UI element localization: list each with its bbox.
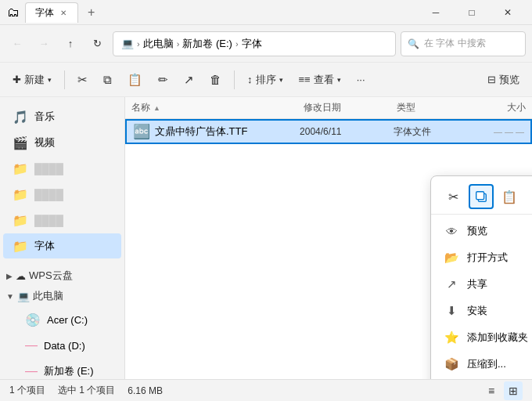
maximize-button[interactable]: □	[454, 0, 490, 25]
more-button[interactable]: ···	[350, 67, 372, 92]
rename-icon: ✏	[158, 73, 168, 87]
preview-button[interactable]: ⊟ 预览	[481, 67, 526, 92]
drive-e-icon: —	[25, 364, 38, 378]
music-icon: 🎵	[13, 110, 28, 125]
paste-icon: 📋	[128, 73, 142, 87]
paste-button[interactable]: 📋	[121, 67, 149, 92]
back-button[interactable]: ←	[6, 33, 28, 55]
breadcrumb-pc[interactable]: 此电脑	[143, 37, 174, 51]
ctx-install-item[interactable]: ⬇ 安装	[431, 298, 532, 324]
view-toggle: ≡ ⊞	[482, 381, 523, 400]
new-button[interactable]: ✚ 新建 ▾	[6, 67, 58, 92]
grid-view-button[interactable]: ⊞	[504, 381, 523, 400]
up-button[interactable]: ↑	[59, 33, 81, 55]
cut-button[interactable]: ✂	[71, 67, 94, 92]
close-button[interactable]: ✕	[490, 0, 526, 25]
more-icon: ···	[357, 74, 365, 85]
ctx-paste-button[interactable]: 📋	[497, 184, 522, 209]
item-count: 1 个项目	[9, 384, 45, 397]
view-arrow-icon: ▾	[337, 76, 341, 84]
toolbar-right: ⊟ 预览	[481, 67, 526, 92]
refresh-button[interactable]: ↻	[86, 33, 108, 55]
file-size: — — —	[466, 127, 524, 136]
ctx-open-with-item[interactable]: 📂 打开方式 ›	[431, 244, 532, 271]
path-icon: 💻	[121, 38, 134, 49]
sort-button[interactable]: ↕ 排序 ▾	[241, 67, 289, 92]
folder3-icon: 📁	[13, 213, 28, 228]
sidebar-label-fonts: 字体	[34, 239, 55, 253]
minimize-button[interactable]: ─	[418, 0, 454, 25]
share-button[interactable]: ↗	[178, 67, 200, 92]
sort-arrow-icon: ▲	[153, 104, 160, 112]
ctx-delete-button[interactable]: 🗑	[525, 184, 532, 209]
sidebar-label-e: 新加卷 (E:)	[44, 364, 94, 378]
sidebar-label-folder3: ████	[34, 215, 63, 226]
main-layout: 🎵 音乐 🎬 视频 📁 ████ 📁 ████ 📁 ████ 📁 字体 ▶ ☁ …	[0, 97, 532, 379]
ctx-copy-button[interactable]	[469, 184, 494, 209]
sidebar-item-fonts[interactable]: 📁 字体	[3, 233, 121, 258]
ctx-item-label: 预览	[467, 224, 532, 238]
folder1-icon: 📁	[13, 161, 28, 176]
sidebar-label-video: 视频	[34, 135, 55, 150]
search-placeholder: 在 字体 中搜索	[424, 37, 486, 50]
delete-button[interactable]: 🗑	[203, 67, 228, 92]
col-name-label: 名称	[131, 101, 150, 114]
view-icon: ≡≡	[299, 74, 311, 85]
drive-d-icon: —	[25, 338, 38, 352]
file-type-icon: 🔤	[133, 123, 150, 140]
sidebar-item-folder1[interactable]: 📁 ████	[3, 156, 121, 181]
pc-icon: 💻	[17, 291, 30, 302]
title-bar: 🗂 字体 ✕ + ─ □ ✕	[0, 0, 532, 25]
col-header-size[interactable]: 大小	[469, 101, 526, 114]
search-box[interactable]: 🔍 在 字体 中搜索	[401, 31, 526, 56]
list-view-button[interactable]: ≡	[482, 381, 501, 400]
breadcrumb-current[interactable]: 字体	[242, 37, 262, 51]
sidebar-item-e[interactable]: — 新加卷 (E:)	[3, 359, 121, 379]
forward-button[interactable]: →	[33, 33, 55, 55]
col-header-name[interactable]: 名称 ▲	[131, 101, 304, 114]
ctx-copy-path-item[interactable]: 📋 复制文件地址 Ctrl+Shift+C	[431, 378, 532, 379]
new-icon: ✚	[13, 74, 21, 85]
content-area: 名称 ▲ 修改日期 类型 大小 🔤 文鼎中特广告体.TTF 2004/6/11 …	[125, 97, 532, 379]
ctx-compress-item[interactable]: 📦 压缩到... ›	[431, 351, 532, 378]
ctx-cut-button[interactable]: ✂	[440, 184, 466, 209]
sidebar-label-wps: WPS云盘	[29, 269, 73, 283]
file-date: 2004/6/11	[300, 126, 394, 137]
sidebar-item-video[interactable]: 🎬 视频	[3, 130, 121, 155]
view-button[interactable]: ≡≡ 查看 ▾	[293, 67, 347, 92]
new-tab-button[interactable]: +	[81, 2, 101, 23]
install-icon: ⬇	[444, 304, 459, 318]
col-header-type[interactable]: 类型	[397, 101, 469, 114]
expand-wps-icon: ▶	[6, 272, 13, 280]
sidebar-wps-section[interactable]: ▶ ☁ WPS云盘	[0, 266, 124, 286]
ctx-preview-item[interactable]: 👁 预览	[431, 218, 532, 244]
table-row[interactable]: 🔤 文鼎中特广告体.TTF 2004/6/11 字体文件 — — —	[125, 119, 532, 144]
sidebar-label-pc: 此电脑	[33, 289, 63, 303]
sidebar-pc-section[interactable]: ▼ 💻 此电脑	[0, 286, 124, 306]
search-icon: 🔍	[408, 38, 419, 49]
folder2-icon: 📁	[13, 187, 28, 202]
breadcrumb-drive[interactable]: 新加卷 (E:)	[182, 37, 232, 51]
sidebar-item-music[interactable]: 🎵 音乐	[3, 104, 121, 129]
copy-button[interactable]: ⧉	[97, 67, 118, 92]
toolbar-separator-2	[234, 70, 235, 89]
address-bar: ← → ↑ ↻ 💻 › 此电脑 › 新加卷 (E:) › 字体 🔍 在 字体 中…	[0, 25, 532, 63]
col-header-date[interactable]: 修改日期	[304, 101, 397, 114]
selected-count: 选中 1 个项目	[58, 384, 115, 397]
ctx-favorites-item[interactable]: ⭐ 添加到收藏夹	[431, 324, 532, 351]
preview-icon: 👁	[444, 225, 459, 238]
breadcrumb[interactable]: 💻 › 此电脑 › 新加卷 (E:) › 字体	[113, 31, 396, 56]
sidebar-label-d: Data (D:)	[44, 340, 85, 352]
tab-close-button[interactable]: ✕	[59, 8, 68, 18]
svg-rect-1	[476, 192, 484, 200]
sidebar-item-d[interactable]: — Data (D:)	[3, 333, 121, 358]
sidebar-item-folder3[interactable]: 📁 ████	[3, 208, 121, 233]
ctx-share-item[interactable]: ↗ 共享	[431, 271, 532, 298]
file-list-header: 名称 ▲ 修改日期 类型 大小	[125, 97, 532, 119]
rename-button[interactable]: ✏	[152, 67, 174, 92]
toolbar: ✚ 新建 ▾ ✂ ⧉ 📋 ✏ ↗ 🗑 ↕ 排序 ▾ ≡≡ 查看 ▾ ··· ⊟ …	[0, 63, 532, 97]
tab-active[interactable]: 字体 ✕	[25, 2, 78, 23]
sidebar-item-c[interactable]: 💿 Acer (C:)	[3, 307, 121, 332]
sidebar-item-folder2[interactable]: 📁 ████	[3, 182, 121, 207]
sidebar: 🎵 音乐 🎬 视频 📁 ████ 📁 ████ 📁 ████ 📁 字体 ▶ ☁ …	[0, 97, 125, 379]
